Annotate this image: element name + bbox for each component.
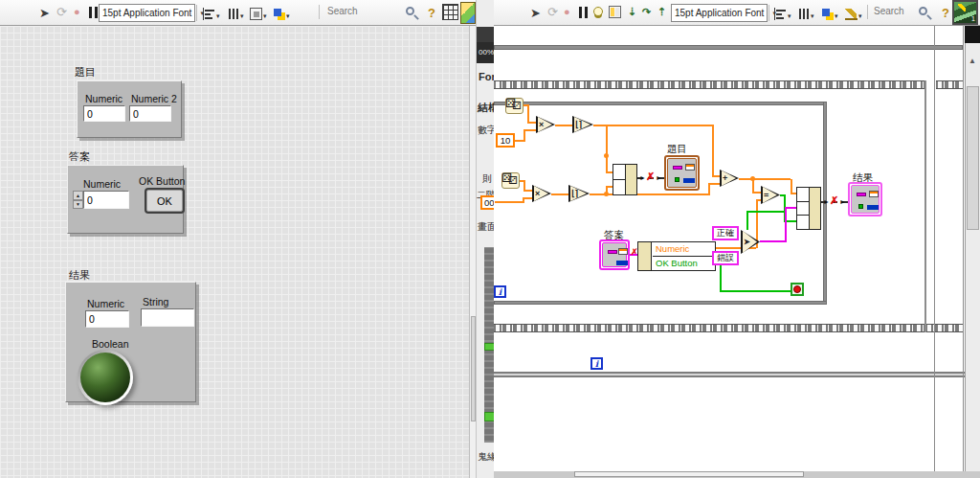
abort-button-icon[interactable]: ● [564, 7, 570, 17]
reorder-icon [821, 8, 834, 20]
question-cluster-terminal[interactable] [664, 155, 700, 191]
scroll-up-icon[interactable]: ▲ [969, 57, 976, 65]
round-to-nearest-node[interactable]: ⌊⌉ [572, 116, 593, 133]
loop-condition-terminal[interactable] [791, 283, 804, 296]
select-node[interactable]: ➤ [741, 230, 760, 254]
result-numeric-field[interactable] [85, 310, 129, 328]
wire [754, 178, 791, 180]
result-cluster-terminal[interactable] [848, 182, 882, 216]
resize-objects-icon [250, 8, 262, 20]
increment-icon[interactable]: ▲ [73, 191, 83, 200]
numeric-constant-clipped[interactable]: 00 [480, 195, 494, 210]
answer-cluster-terminal[interactable] [599, 239, 630, 270]
cluster-answer[interactable]: Numeric ▲ ▼ OK Button OK [67, 165, 184, 234]
string-constant-correct[interactable]: 正確 [712, 226, 739, 240]
green-segment [484, 412, 494, 421]
distribute-objects-button[interactable]: ▾ [226, 4, 249, 22]
highlight-execution-icon[interactable] [593, 7, 603, 16]
wire-junction [604, 153, 609, 158]
text-fragment: For [479, 71, 494, 82]
equal-node[interactable]: = [761, 186, 780, 204]
wire [752, 179, 754, 193]
iteration-terminal[interactable]: i [494, 285, 506, 298]
retain-wire-values-icon[interactable] [609, 6, 621, 18]
align-objects-button[interactable]: ▾ [202, 4, 225, 22]
cleanup-diagram-button[interactable]: ▾ [844, 4, 867, 22]
dark-block: 00% [477, 42, 494, 63]
boolean-led-core [80, 353, 130, 402]
step-out-icon[interactable]: ⇡ [657, 7, 666, 17]
boolean-label: Boolean [92, 338, 129, 350]
boolean-led[interactable] [78, 350, 133, 405]
search-input[interactable] [327, 6, 402, 16]
string-constant-wrong[interactable]: 錯誤 [712, 251, 739, 265]
wire-junction [604, 192, 609, 196]
wire [708, 183, 720, 185]
step-into-icon[interactable]: ⇣ [628, 7, 636, 17]
zoom-percent-fragment: 00% [479, 48, 494, 57]
random-number-node[interactable]: ⚄ ⚂ [505, 98, 523, 114]
wire-arrow-icon: ► [839, 198, 846, 205]
ok-button[interactable]: OK [146, 190, 183, 212]
run-continuous-icon[interactable]: ⟳ [56, 6, 67, 18]
wire [523, 129, 536, 131]
sequence-frame-border-top [494, 80, 924, 89]
reorder-button[interactable]: ▾ [820, 4, 843, 22]
font-selector[interactable]: 15pt Application Font ▾ [671, 4, 768, 22]
text-fragment: 數字 [478, 124, 494, 137]
cluster-question[interactable]: Numeric Numeric 2 [77, 80, 182, 138]
run-button-icon[interactable]: ➤ [530, 7, 541, 19]
sequence-frame-border-bottom [494, 324, 963, 332]
answer-numeric-field[interactable] [83, 191, 129, 209]
multiply-node[interactable]: × [536, 116, 555, 133]
diagram-hscrollbar[interactable] [494, 471, 980, 478]
front-panel-canvas[interactable] [0, 26, 469, 478]
pause-button-icon[interactable] [89, 7, 98, 18]
front-panel-vscrollbar[interactable] [469, 26, 476, 478]
numeric-label: Numeric [83, 178, 121, 190]
bundle-node[interactable] [612, 164, 637, 195]
diagram-vscrollbar[interactable]: ▲ [965, 43, 980, 471]
search-icon[interactable] [919, 7, 927, 15]
add-node[interactable]: + [720, 170, 739, 187]
font-selector[interactable]: 15pt Application Font ▾ [99, 4, 195, 22]
abort-button-icon[interactable]: ● [74, 7, 80, 17]
cluster-result[interactable]: Numeric String Boolean [65, 282, 196, 402]
help-icon[interactable]: ? [942, 6, 949, 20]
bundle-node[interactable] [796, 187, 821, 230]
numeric-stepper[interactable]: ▲ ▼ [73, 191, 83, 209]
connector-pane-icon[interactable] [442, 4, 458, 20]
numeric-field[interactable] [83, 105, 125, 122]
front-panel-toolbar: ➤ ⟳ ● 15pt Application Font ▾ ▾ ▾ ▾ ▾ ? [0, 0, 476, 26]
vi-icon[interactable] [460, 2, 476, 24]
round-to-nearest-node[interactable]: ⌊⌉ [568, 185, 590, 202]
run-continuous-icon[interactable]: ⟳ [547, 6, 558, 18]
cluster-result-label: 结果 [69, 268, 90, 283]
reorder-button[interactable]: ▾ [272, 4, 295, 22]
align-objects-button[interactable]: ▾ [773, 4, 796, 22]
step-over-icon[interactable]: ↷ [642, 7, 651, 17]
help-icon[interactable]: ? [428, 6, 435, 20]
multiply-node[interactable]: × [532, 185, 551, 202]
numeric-constant-10[interactable]: 10 [496, 133, 515, 148]
random-number-node[interactable]: ⚄ ⚂ [501, 172, 520, 189]
question-terminal-label: 題目 [667, 143, 687, 156]
toolbar-divider [867, 5, 868, 19]
distribute-objects-button[interactable]: ▾ [796, 4, 819, 22]
pause-button-icon[interactable] [579, 7, 588, 18]
decrement-icon[interactable]: ▼ [73, 200, 83, 210]
text-fragment: 結構 [478, 101, 494, 115]
result-string-field[interactable] [141, 308, 194, 327]
run-button-icon[interactable]: ➤ [39, 7, 50, 19]
vi-icon[interactable]: 1 [952, 0, 978, 25]
scrollbar-thumb[interactable] [574, 471, 804, 477]
frame-border-right [924, 80, 926, 332]
scrollbar-thumb[interactable] [967, 86, 979, 230]
align-objects-icon [774, 8, 787, 20]
ok-button-label: OK Button [139, 175, 185, 187]
resize-objects-button[interactable]: ▾ [249, 4, 272, 22]
unbundle-by-name-node[interactable]: Numeric OK Button [637, 241, 716, 271]
numeric2-field[interactable] [129, 105, 171, 122]
search-icon[interactable] [406, 7, 414, 15]
iteration-terminal[interactable]: i [590, 357, 603, 370]
